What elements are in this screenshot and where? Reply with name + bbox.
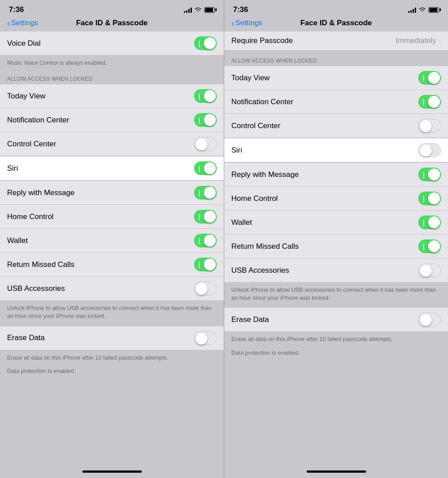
- right-status-icons: [408, 7, 439, 13]
- right-nav-bar: ‹ Settings Face ID & Passcode: [224, 17, 448, 31]
- usb-accessories-note-right: Unlock iPhone to allow USB accessories t…: [224, 282, 448, 307]
- today-view-toggle-right[interactable]: [418, 71, 441, 85]
- return-missed-calls-label-left: Return Missed Calls: [7, 260, 74, 269]
- erase-data-toggle-left[interactable]: [194, 331, 217, 345]
- reply-with-message-toggle-right[interactable]: [418, 168, 441, 181]
- usb-accessories-label-right: USB Accessories: [231, 266, 289, 275]
- siri-row-left[interactable]: Siri: [0, 156, 224, 180]
- return-missed-calls-toggle-left[interactable]: [194, 258, 217, 271]
- right-back-button[interactable]: ‹ Settings: [231, 19, 262, 27]
- signal-icon: [184, 7, 192, 13]
- home-control-label-right: Home Control: [231, 194, 278, 203]
- wifi-icon: [195, 7, 202, 13]
- wallet-row-right[interactable]: Wallet: [224, 211, 448, 235]
- right-settings-list: Today View Notification Center Control C…: [224, 66, 448, 467]
- right-nav-title: Face ID & Passcode: [300, 19, 372, 27]
- notification-center-label-right: Notification Center: [231, 98, 293, 106]
- erase-data-note-right: Erase all data on this iPhone after 10 f…: [224, 332, 448, 349]
- siri-row-right[interactable]: Siri: [224, 138, 448, 162]
- data-protection-note-left: Data protection is enabled.: [0, 367, 224, 380]
- erase-data-row-left[interactable]: Erase Data: [0, 326, 224, 350]
- right-back-label: Settings: [235, 19, 262, 27]
- right-signal-icon: [408, 7, 416, 13]
- right-battery-icon: [429, 7, 439, 13]
- voice-dial-label: Voice Dial: [7, 39, 41, 48]
- home-control-row-left[interactable]: Home Control: [0, 205, 224, 229]
- control-center-toggle-left[interactable]: [194, 137, 217, 151]
- notification-center-toggle-left[interactable]: [194, 113, 217, 127]
- right-home-indicator: [307, 470, 366, 473]
- right-status-bar: 7:36: [224, 0, 448, 17]
- home-control-row-right[interactable]: Home Control: [224, 187, 448, 211]
- notification-center-row-left[interactable]: Notification Center: [0, 108, 224, 132]
- home-control-toggle-left[interactable]: [194, 210, 217, 223]
- voice-dial-row[interactable]: Voice Dial: [0, 31, 224, 55]
- usb-accessories-row-left[interactable]: USB Accessories: [0, 277, 224, 301]
- require-passcode-chevron: ›: [439, 37, 441, 44]
- left-status-bar: 7:36: [0, 0, 224, 17]
- usb-accessories-note-left: Unlock iPhone to allow USB accessories t…: [0, 301, 224, 325]
- right-time: 7:36: [233, 5, 248, 14]
- today-view-row-right[interactable]: Today View: [224, 66, 448, 90]
- erase-data-label-left: Erase Data: [7, 333, 45, 342]
- reply-with-message-row-right[interactable]: Reply with Message: [224, 162, 448, 187]
- left-status-icons: [184, 7, 215, 13]
- section-allow-access-left: ALLOW ACCESS WHEN LOCKED:: [0, 72, 224, 84]
- erase-data-note-left: Erase all data on this iPhone after 10 f…: [0, 350, 224, 367]
- notification-center-toggle-right[interactable]: [418, 95, 441, 109]
- voice-dial-toggle[interactable]: [194, 36, 217, 50]
- right-spacer: [224, 51, 448, 54]
- require-passcode-value: Immediately: [396, 36, 436, 45]
- wallet-label-right: Wallet: [231, 218, 252, 227]
- wallet-toggle-right[interactable]: [418, 215, 441, 229]
- home-control-label-left: Home Control: [7, 212, 54, 221]
- today-view-toggle-left[interactable]: [194, 89, 217, 103]
- today-view-row-left[interactable]: Today View: [0, 84, 224, 108]
- require-passcode-value-group: Immediately ›: [396, 36, 441, 45]
- right-phone-screen: 7:36 ‹ Settings Face ID & Passcode Requi…: [224, 0, 448, 478]
- siri-toggle-right[interactable]: [418, 143, 441, 157]
- left-phone-screen: 7:36 ‹ Settings Face ID & Passcode Voice: [0, 0, 224, 478]
- today-view-label-left: Today View: [7, 92, 46, 101]
- siri-toggle-left[interactable]: [194, 161, 217, 175]
- control-center-row-right[interactable]: Control Center: [224, 114, 448, 138]
- left-home-indicator: [82, 470, 142, 473]
- wallet-label-left: Wallet: [7, 236, 28, 245]
- notification-center-row-right[interactable]: Notification Center: [224, 90, 448, 114]
- control-center-label-right: Control Center: [231, 121, 280, 130]
- usb-accessories-toggle-right[interactable]: [418, 263, 441, 277]
- reply-with-message-row-left[interactable]: Reply with Message: [0, 180, 224, 205]
- reply-with-message-toggle-left[interactable]: [194, 186, 217, 200]
- return-missed-calls-row-left[interactable]: Return Missed Calls: [0, 253, 224, 277]
- erase-data-row-right[interactable]: Erase Data: [224, 307, 448, 332]
- control-center-row-left[interactable]: Control Center: [0, 132, 224, 156]
- return-missed-calls-toggle-right[interactable]: [418, 239, 441, 253]
- right-wifi-icon: [419, 7, 426, 13]
- left-settings-list: Voice Dial Music Voice Control is always…: [0, 31, 224, 467]
- voice-dial-thumb: [204, 37, 216, 49]
- left-nav-title: Face ID & Passcode: [76, 19, 148, 27]
- usb-accessories-label-left: USB Accessories: [7, 284, 65, 293]
- wallet-toggle-left[interactable]: [194, 234, 217, 247]
- control-center-toggle-right[interactable]: [418, 119, 441, 133]
- wallet-row-left[interactable]: Wallet: [0, 229, 224, 253]
- battery-icon: [204, 7, 215, 13]
- data-protection-note-right: Data protection is enabled.: [224, 349, 448, 362]
- require-passcode-label: Require Passcode: [231, 36, 293, 45]
- control-center-label-left: Control Center: [7, 140, 56, 149]
- usb-accessories-row-right[interactable]: USB Accessories: [224, 259, 448, 282]
- usb-accessories-toggle-left[interactable]: [194, 282, 217, 295]
- erase-data-toggle-right[interactable]: [418, 313, 441, 326]
- siri-label-left: Siri: [7, 164, 18, 173]
- right-back-chevron: ‹: [231, 19, 234, 27]
- require-passcode-row[interactable]: Require Passcode Immediately ›: [224, 31, 448, 51]
- home-control-toggle-right[interactable]: [418, 192, 441, 205]
- notification-center-label-left: Notification Center: [7, 116, 69, 125]
- left-time: 7:36: [9, 5, 24, 14]
- left-back-button[interactable]: ‹ Settings: [7, 19, 38, 27]
- left-back-chevron: ‹: [7, 19, 10, 27]
- erase-data-label-right: Erase Data: [231, 315, 269, 324]
- return-missed-calls-row-right[interactable]: Return Missed Calls: [224, 235, 448, 259]
- left-back-label: Settings: [11, 19, 38, 27]
- siri-label-right: Siri: [231, 146, 242, 155]
